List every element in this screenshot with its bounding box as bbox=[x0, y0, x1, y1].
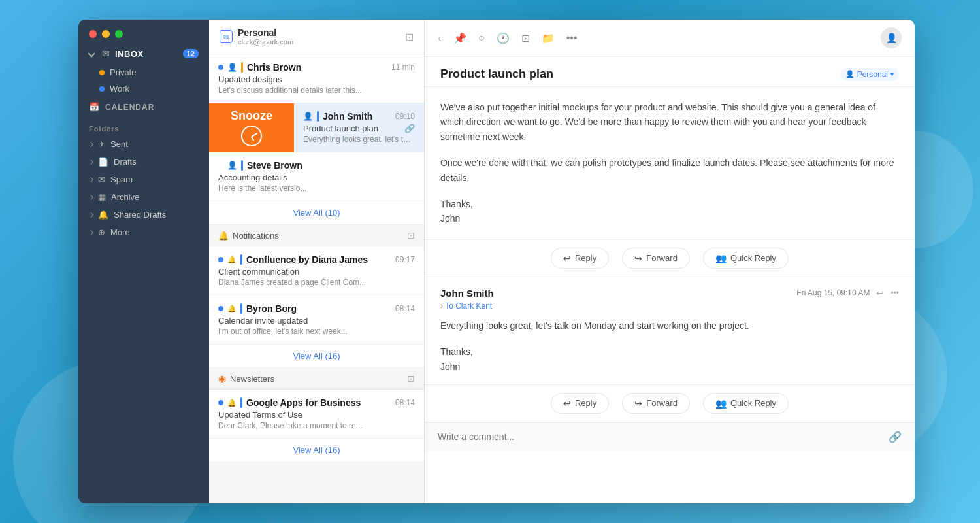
main-window: ✉ INBOX 12 Private Work 📅 CALENDAR Folde… bbox=[78, 20, 915, 503]
archive-notifications-icon[interactable]: ⊡ bbox=[407, 230, 415, 241]
forward-button-2[interactable]: ↪ Forward bbox=[622, 393, 690, 414]
email-item-byron-borg[interactable]: 🔔 Byron Borg 08:14 Calendar invite updat… bbox=[209, 295, 424, 345]
minimize-traffic-light[interactable] bbox=[102, 30, 110, 38]
notifications-section-header: 🔔 Notifications ⊡ bbox=[209, 225, 424, 246]
email-preview: Let's discuss additional details later t… bbox=[218, 86, 415, 95]
shared-drafts-chevron-icon bbox=[88, 212, 93, 217]
thread-sender: John Smith bbox=[440, 288, 494, 299]
email-preview: Dear Clark, Please take a moment to re..… bbox=[218, 421, 415, 430]
sidebar-item-spam[interactable]: ✉ Spam bbox=[78, 171, 209, 188]
thread-date: Fri Aug 15, 09:10 AM bbox=[796, 288, 870, 297]
rss-icon: ◉ bbox=[218, 373, 226, 384]
sent-icon: ✈ bbox=[98, 139, 105, 149]
detail-toolbar: ‹ 📌 ○ 🕐 ⊡ 📁 ••• 👤 bbox=[425, 20, 915, 57]
sender-name: Byron Borg bbox=[246, 303, 297, 314]
pin-icon[interactable]: 📌 bbox=[453, 32, 466, 44]
quick-reply-icon: 👥 bbox=[715, 253, 727, 263]
email-preview: Everything looks great, let's talk on Mo… bbox=[303, 135, 415, 144]
sidebar-item-shared-drafts[interactable]: 🔔 Shared Drafts bbox=[78, 206, 209, 224]
email-time: 09:17 bbox=[395, 255, 415, 264]
sidebar-item-work[interactable]: Work bbox=[78, 80, 209, 97]
email-subject: Client communication bbox=[218, 267, 415, 277]
bell-small-icon: 🔔 bbox=[227, 305, 237, 313]
more-options-icon[interactable]: ••• bbox=[566, 32, 578, 44]
priority-indicator bbox=[240, 303, 242, 314]
thread-reply-icon[interactable]: ↩ bbox=[876, 288, 884, 298]
forward-icon: ↪ bbox=[634, 253, 642, 263]
personal-tag-label: Personal bbox=[857, 70, 888, 79]
quick-reply-button-2[interactable]: 👥 Quick Reply bbox=[703, 393, 789, 414]
inbox-chevron-icon bbox=[88, 50, 95, 57]
reply-label-1: Reply bbox=[575, 253, 596, 263]
sidebar-item-private-label: Private bbox=[110, 67, 136, 77]
person-icon: 👤 bbox=[303, 112, 313, 121]
sidebar-calendar[interactable]: 📅 CALENDAR bbox=[78, 97, 209, 117]
email-body-paragraph-3: Thanks,John bbox=[440, 197, 899, 226]
quick-reply-label-1: Quick Reply bbox=[730, 253, 776, 263]
email-actions-second: ↩ Reply ↪ Forward 👥 Quick Reply bbox=[425, 385, 915, 422]
thread-more-icon[interactable]: ••• bbox=[890, 288, 899, 297]
archive-folder-icon: ▦ bbox=[98, 192, 106, 202]
spam-chevron-icon bbox=[88, 177, 93, 182]
clock-icon[interactable]: 🕐 bbox=[497, 32, 510, 44]
reply-button-1[interactable]: ↩ Reply bbox=[551, 248, 609, 269]
email-preview: Diana James created a page Client Com... bbox=[218, 278, 415, 287]
forward-icon-2: ↪ bbox=[634, 398, 642, 409]
view-all-notifications[interactable]: View All (16) bbox=[209, 345, 424, 368]
priority-indicator bbox=[240, 254, 242, 265]
circle-icon[interactable]: ○ bbox=[478, 32, 485, 44]
drafts-icon: 📄 bbox=[98, 157, 108, 167]
email-item-chris-brown[interactable]: 👤 Chris Brown 11 min Updated designs Let… bbox=[209, 54, 424, 103]
back-icon[interactable]: ‹ bbox=[438, 31, 442, 45]
email-item-confluence[interactable]: 🔔 Confluence by Diana James 09:17 Client… bbox=[209, 246, 424, 295]
maximize-traffic-light[interactable] bbox=[115, 30, 123, 38]
user-avatar[interactable]: 👤 bbox=[881, 27, 902, 48]
account-type-icon: ✉ bbox=[220, 30, 233, 43]
unread-indicator bbox=[218, 306, 223, 311]
thread-to-address: To Clark Kent bbox=[445, 301, 492, 311]
sidebar-item-spam-label: Spam bbox=[110, 175, 133, 184]
snooze-overlay[interactable]: Snooze bbox=[209, 103, 294, 152]
email-body-paragraph-1: We've also put together initial mockups … bbox=[440, 100, 899, 144]
inbox-section[interactable]: ✉ INBOX 12 bbox=[78, 43, 209, 64]
email-item-steve-brown[interactable]: 👤 Steve Brown Accounting details Here is… bbox=[209, 152, 424, 201]
thread-to[interactable]: › To Clark Kent bbox=[440, 301, 899, 311]
quick-reply-button-1[interactable]: 👥 Quick Reply bbox=[703, 248, 789, 269]
folder-icon[interactable]: 📁 bbox=[542, 32, 555, 44]
forward-button-1[interactable]: ↪ Forward bbox=[622, 248, 690, 269]
archive-button[interactable]: ⊡ bbox=[405, 31, 414, 43]
attach-comment-icon[interactable]: 🔗 bbox=[889, 431, 902, 443]
calendar-icon: 📅 bbox=[89, 102, 100, 112]
email-subject: Product launch plan 🔗 bbox=[303, 124, 415, 133]
forward-label-1: Forward bbox=[646, 253, 678, 263]
reply-button-2[interactable]: ↩ Reply bbox=[551, 393, 609, 414]
view-all-newsletters[interactable]: View All (16) bbox=[209, 439, 424, 462]
sidebar-item-drafts[interactable]: 📄 Drafts bbox=[78, 153, 209, 171]
personal-tag[interactable]: 👤 Personal ▾ bbox=[840, 68, 899, 81]
sidebar-item-more[interactable]: ⊕ More bbox=[78, 224, 209, 241]
email-subject: Updated Terms of Use bbox=[218, 410, 415, 420]
email-subject: Calendar invite updated bbox=[218, 316, 415, 326]
close-traffic-light[interactable] bbox=[89, 30, 97, 38]
snooze-clock-icon bbox=[241, 126, 262, 146]
drafts-chevron-icon bbox=[88, 159, 93, 164]
more-icon: ⊕ bbox=[98, 228, 105, 237]
unread-indicator bbox=[218, 257, 223, 262]
email-item-google-apps[interactable]: 🔔 Google Apps for Business 08:14 Updated… bbox=[209, 390, 424, 439]
comment-input[interactable] bbox=[438, 431, 889, 442]
sidebar-item-archive-label: Archive bbox=[111, 192, 139, 202]
view-all-personal[interactable]: View All (10) bbox=[209, 201, 424, 225]
sidebar-item-archive[interactable]: ▦ Archive bbox=[78, 188, 209, 206]
account-email: clark@spark.com bbox=[238, 38, 293, 46]
archive-newsletters-icon[interactable]: ⊡ bbox=[407, 373, 415, 384]
thread-body: Everything looks great, let's talk on Mo… bbox=[440, 318, 899, 333]
sidebar-item-private[interactable]: Private bbox=[78, 64, 209, 80]
sidebar-item-sent-label: Sent bbox=[110, 139, 128, 149]
sidebar: ✉ INBOX 12 Private Work 📅 CALENDAR Folde… bbox=[78, 20, 209, 503]
email-time: 09:10 bbox=[395, 112, 415, 121]
more-chevron-icon bbox=[88, 229, 93, 235]
priority-indicator bbox=[240, 397, 242, 408]
archive-icon[interactable]: ⊡ bbox=[521, 32, 530, 44]
sidebar-item-work-label: Work bbox=[110, 84, 129, 93]
sidebar-item-sent[interactable]: ✈ Sent bbox=[78, 135, 209, 153]
